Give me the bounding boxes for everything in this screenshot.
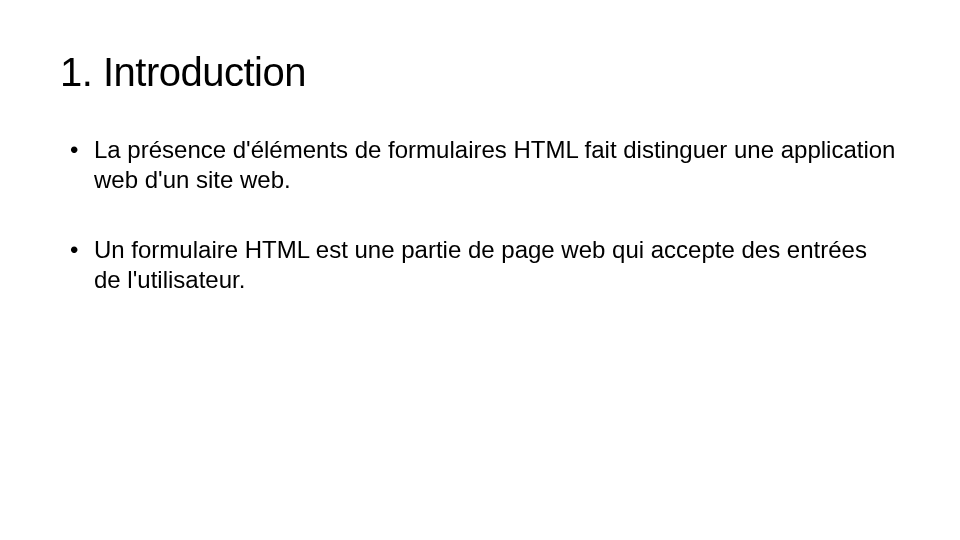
- list-item: La présence d'éléments de formulaires HT…: [70, 135, 900, 195]
- bullet-list: La présence d'éléments de formulaires HT…: [60, 135, 900, 295]
- slide-title: 1. Introduction: [60, 50, 900, 95]
- list-item: Un formulaire HTML est une partie de pag…: [70, 235, 900, 295]
